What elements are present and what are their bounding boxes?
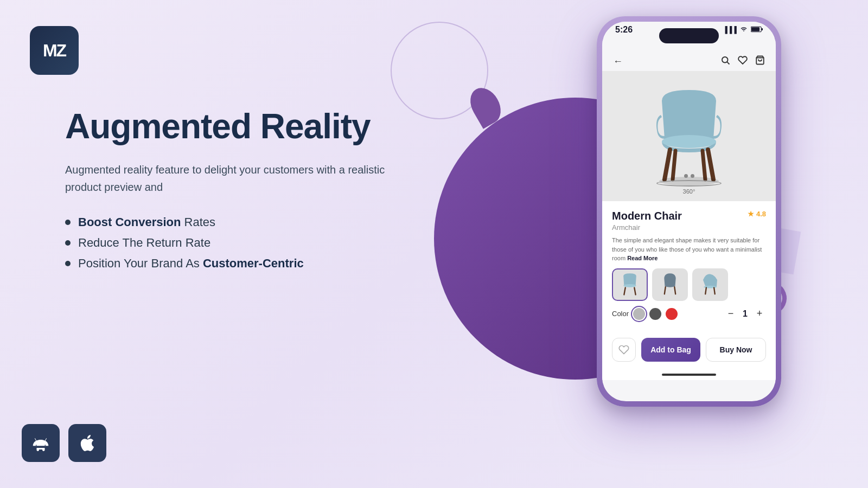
svg-line-4: [727, 62, 729, 64]
nav-bar: ←: [602, 50, 776, 71]
wifi-icon: [740, 26, 748, 34]
bullet-dot: [65, 220, 71, 225]
home-indicator: [602, 369, 776, 380]
hero-content: Augmented Reality Augmented reality feat…: [65, 108, 401, 277]
bullet-bold: Boost Conversion: [78, 215, 181, 229]
dynamic-island: [659, 28, 719, 43]
search-icon[interactable]: [720, 55, 730, 68]
quantity-decrease-button[interactable]: −: [724, 307, 737, 320]
nav-icons-right: [720, 55, 765, 68]
list-item: Boost Conversion Rates: [65, 215, 401, 229]
rating-value: 4.8: [756, 210, 766, 218]
apple-icon: [78, 433, 97, 453]
status-time: 5:26: [615, 25, 633, 35]
status-bar-area: 5:26 ▐▐▐: [602, 22, 776, 50]
bullet-text: Reduce The Return Rate: [78, 236, 210, 250]
color-option-3[interactable]: [666, 308, 678, 320]
phone-outer: 5:26 ▐▐▐ ←: [597, 16, 781, 407]
bag-nav-icon[interactable]: [755, 55, 765, 68]
ellipse-360: [656, 180, 722, 187]
battery-icon: [751, 26, 763, 34]
app-logo: MZ: [30, 26, 79, 75]
svg-line-15: [665, 287, 666, 294]
bullet-dot: [65, 240, 71, 246]
svg-line-16: [674, 287, 675, 294]
quantity-increase-button[interactable]: +: [753, 307, 766, 320]
feature-list: Boost Conversion Rates Reduce The Return…: [65, 215, 401, 271]
product-type: Armchair: [612, 223, 766, 232]
color-label: Color: [612, 310, 629, 318]
svg-line-19: [714, 287, 715, 294]
bullet-bold: Customer-Centric: [203, 256, 304, 270]
color-option-1[interactable]: [633, 308, 645, 320]
color-qty-row: Color − 1 +: [612, 307, 766, 320]
svg-rect-1: [751, 27, 760, 31]
product-details: Modern Chair ★ 4.8 Armchair The simple a…: [602, 201, 776, 332]
color-section: Color: [612, 308, 678, 320]
star-icon: ★: [748, 210, 754, 218]
home-bar: [662, 374, 716, 376]
buy-now-button[interactable]: Buy Now: [706, 338, 766, 362]
android-icon: [31, 433, 50, 453]
wishlist-button[interactable]: [612, 338, 636, 362]
svg-point-3: [722, 57, 728, 63]
svg-line-13: [624, 287, 625, 294]
logo-text: MZ: [43, 42, 66, 59]
page-title: Augmented Reality: [65, 108, 401, 145]
product-rating: ★ 4.8: [748, 210, 766, 218]
thumbnail-3[interactable]: [692, 268, 728, 301]
svg-point-6: [662, 135, 716, 148]
apple-icon-button[interactable]: [68, 424, 106, 462]
wishlist-nav-icon[interactable]: [738, 55, 748, 68]
list-item: Reduce The Return Rate: [65, 236, 401, 250]
bullet-normal: Rates: [181, 215, 215, 229]
action-buttons: Add to Bag Buy Now: [602, 332, 776, 369]
hero-subtitle: Augmented reality feature to delight you…: [65, 161, 401, 196]
phone-mockup: 5:26 ▐▐▐ ←: [597, 16, 781, 407]
product-image-area: 360°: [602, 71, 776, 201]
add-to-bag-button[interactable]: Add to Bag: [641, 338, 700, 362]
bullet-dot: [65, 261, 71, 266]
read-more-link[interactable]: Read More: [627, 255, 658, 261]
svg-point-12: [623, 284, 636, 287]
product-chair-image: [643, 85, 735, 188]
heart-icon: [618, 344, 629, 355]
back-icon[interactable]: ←: [613, 56, 623, 67]
android-icon-button[interactable]: [22, 424, 60, 462]
phone-inner: 5:26 ▐▐▐ ←: [602, 22, 776, 401]
status-icons: ▐▐▐: [723, 26, 763, 34]
color-option-2[interactable]: [649, 308, 661, 320]
product-description: The simple and elegant shape makes it ve…: [612, 236, 766, 263]
svg-line-18: [705, 287, 706, 294]
view-360-text: 360°: [683, 188, 695, 195]
product-name: Modern Chair: [612, 210, 682, 222]
product-header: Modern Chair ★ 4.8: [612, 210, 766, 222]
list-item: Position Your Brand As Customer-Centric: [65, 256, 401, 271]
signal-icon: ▐▐▐: [723, 26, 737, 34]
quantity-value: 1: [743, 309, 748, 319]
thumbnail-2[interactable]: [652, 268, 688, 301]
svg-rect-2: [761, 28, 763, 30]
quantity-section: − 1 +: [724, 307, 766, 320]
product-thumbnails: [612, 268, 766, 301]
view-360-indicator: 360°: [656, 174, 722, 195]
svg-line-14: [634, 287, 635, 294]
platform-icons: [22, 424, 106, 462]
thumbnail-1[interactable]: [612, 268, 648, 301]
